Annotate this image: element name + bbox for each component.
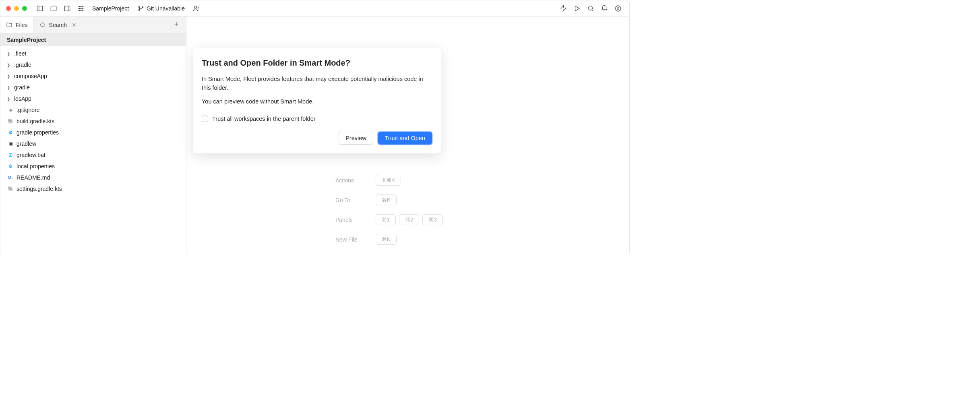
svg-rect-4 xyxy=(64,6,70,11)
apps-grid-icon[interactable] xyxy=(75,3,87,14)
tree-file-settings-gradle[interactable]: 🐘settings.gradle.kts xyxy=(0,183,186,194)
tree-item-label: gradle.properties xyxy=(17,129,59,136)
trust-all-label: Trust all workspaces in the parent folde… xyxy=(212,116,316,122)
window-controls xyxy=(6,6,27,11)
panel-bottom-icon[interactable] xyxy=(48,3,59,14)
svg-point-10 xyxy=(81,8,81,8)
trust-all-checkbox-row: Trust all workspaces in the parent folde… xyxy=(202,116,432,122)
run-icon[interactable] xyxy=(571,3,583,14)
plus-icon xyxy=(173,21,180,27)
terminal-file-icon: ▣ xyxy=(7,140,14,147)
project-header[interactable]: SampleProject xyxy=(0,33,186,46)
tree-item-label: gradlew.bat xyxy=(17,152,45,158)
svg-point-12 xyxy=(79,10,79,10)
git-file-icon: ◈ xyxy=(7,106,14,114)
smart-mode-icon[interactable] xyxy=(558,3,569,14)
tree-file-local-properties[interactable]: ⚙local.properties xyxy=(0,161,186,172)
tree-file-build-gradle[interactable]: 🐘build.gradle.kts xyxy=(0,116,186,127)
svg-point-18 xyxy=(194,6,196,8)
tree-item-label: settings.gradle.kts xyxy=(17,186,62,192)
project-name[interactable]: SampleProject xyxy=(89,5,132,12)
add-collaborator-icon[interactable] xyxy=(190,3,202,14)
svg-rect-2 xyxy=(51,6,56,11)
shortcut-actions: Actions ⇧⌘K xyxy=(335,175,443,186)
shortcut-panels: Panels ⌘1 ⌘2 ⌘3 xyxy=(335,214,443,225)
tree-item-label: gradle xyxy=(14,84,30,91)
windows-file-icon: ⊞ xyxy=(7,151,14,159)
shortcut-label: Panels xyxy=(335,217,364,223)
preview-button[interactable]: Preview xyxy=(339,132,373,145)
svg-point-13 xyxy=(81,10,81,10)
maximize-window-button[interactable] xyxy=(22,6,27,11)
key-hint: ⌘N xyxy=(376,234,397,245)
svg-line-24 xyxy=(592,10,593,11)
modal-buttons: Preview Trust and Open xyxy=(202,132,432,145)
tree-item-label: README.md xyxy=(17,174,50,181)
chevron-right-icon: ❯ xyxy=(7,63,12,67)
gradle-file-icon: 🐘 xyxy=(7,118,14,125)
main-toolbar: SampleProject Git Unavailable xyxy=(0,0,629,17)
search-icon xyxy=(39,22,46,28)
svg-point-26 xyxy=(617,7,619,9)
file-tree: ❯.fleet ❯.gradle ❯composeApp ❯gradle ❯io… xyxy=(0,46,186,196)
trust-all-checkbox[interactable] xyxy=(202,116,208,122)
tree-folder-iosapp[interactable]: ❯iosApp xyxy=(0,93,186,104)
key-hint: ⇧⌘K xyxy=(376,175,401,186)
trust-modal: Trust and Open Folder in Smart Mode? In … xyxy=(193,48,441,153)
tree-folder-fleet[interactable]: ❯.fleet xyxy=(0,48,186,59)
svg-point-7 xyxy=(81,6,81,7)
modal-title: Trust and Open Folder in Smart Mode? xyxy=(202,58,432,68)
svg-point-27 xyxy=(40,23,44,26)
notifications-icon[interactable] xyxy=(599,3,610,14)
key-hint: ⌘2 xyxy=(399,214,419,225)
editor-area: Trust and Open Folder in Smart Mode? In … xyxy=(186,17,629,255)
tree-item-label: .fleet xyxy=(14,50,26,57)
tree-folder-gradle[interactable]: ❯gradle xyxy=(0,82,186,93)
tab-search[interactable]: Search ✕ xyxy=(34,17,82,33)
shortcuts-hint: Actions ⇧⌘K Go To ⌘K Panels ⌘1 ⌘2 ⌘3 New… xyxy=(335,175,443,245)
tree-file-gitignore[interactable]: ◈.gitignore xyxy=(0,104,186,116)
svg-point-17 xyxy=(139,9,140,10)
markdown-file-icon: M↓ xyxy=(7,174,14,181)
svg-point-11 xyxy=(82,8,83,8)
shortcut-label: Go To xyxy=(335,197,364,203)
svg-point-6 xyxy=(79,6,79,7)
tab-search-label: Search xyxy=(49,22,67,28)
tree-item-label: .gitignore xyxy=(17,107,40,113)
git-status-text: Git Unavailable xyxy=(147,5,185,12)
tree-folder-composeapp[interactable]: ❯composeApp xyxy=(0,70,186,82)
svg-marker-22 xyxy=(575,6,580,11)
search-icon[interactable] xyxy=(585,3,596,14)
shortcut-label: New File xyxy=(335,236,364,243)
tree-file-gradlew-bat[interactable]: ⊞gradlew.bat xyxy=(0,149,186,161)
tree-file-gradle-properties[interactable]: ⚙gradle.properties xyxy=(0,127,186,138)
add-tab-button[interactable] xyxy=(167,21,186,29)
chevron-right-icon: ❯ xyxy=(7,97,12,101)
minimize-window-button[interactable] xyxy=(14,6,19,11)
key-hint: ⌘K xyxy=(376,194,397,205)
chevron-right-icon: ❯ xyxy=(7,52,12,56)
panel-right-icon[interactable] xyxy=(62,3,73,14)
tree-folder-gradle-hidden[interactable]: ❯.gradle xyxy=(0,59,186,70)
settings-icon[interactable] xyxy=(612,3,624,14)
trust-and-open-button[interactable]: Trust and Open xyxy=(378,132,432,145)
tree-file-readme[interactable]: M↓README.md xyxy=(0,172,186,183)
tab-files-label: Files xyxy=(16,22,28,28)
key-hint: ⌘1 xyxy=(376,214,396,225)
tree-file-gradlew[interactable]: ▣gradlew xyxy=(0,138,186,149)
close-window-button[interactable] xyxy=(6,6,11,11)
svg-marker-25 xyxy=(616,5,620,11)
git-status[interactable]: Git Unavailable xyxy=(134,5,188,12)
sidebar-tabs: Files Search ✕ xyxy=(0,17,186,33)
svg-point-23 xyxy=(588,6,593,10)
modal-text-1: In Smart Mode, Fleet provides features t… xyxy=(202,75,432,93)
git-branch-icon xyxy=(138,5,144,12)
tree-item-label: local.properties xyxy=(17,163,55,170)
panel-left-icon[interactable] xyxy=(34,3,45,14)
gradle-file-icon: 🐘 xyxy=(7,185,14,192)
tab-files[interactable]: Files xyxy=(0,17,34,33)
settings-file-icon: ⚙ xyxy=(7,129,14,136)
svg-point-16 xyxy=(142,6,143,7)
close-icon[interactable]: ✕ xyxy=(72,22,76,28)
shortcut-goto: Go To ⌘K xyxy=(335,194,443,205)
